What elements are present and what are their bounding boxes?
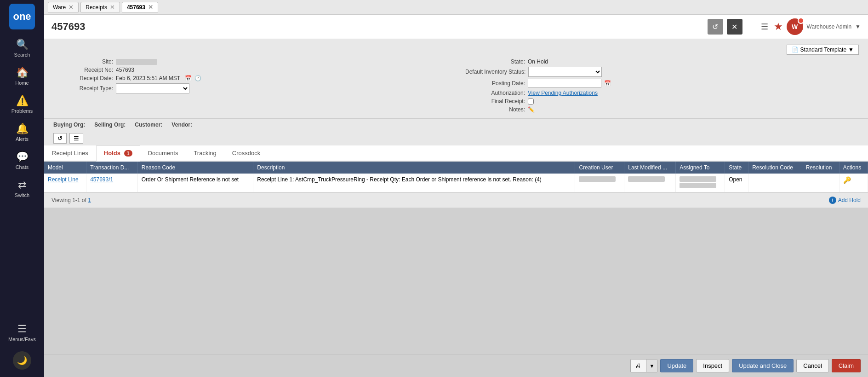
refresh-button[interactable]: ↺ [708,19,723,35]
cell-state: Open [725,174,748,192]
posting-calendar-icon[interactable]: 📅 [604,80,611,87]
print-button[interactable]: 🖨 [631,360,646,372]
site-field: Site: [53,58,447,65]
receipt-date-value: Feb 6, 2023 5:51 AM MST [116,75,180,81]
cell-actions: 🔑 [839,174,868,192]
default-inventory-field: Default Inventory Status: [465,67,859,77]
sidebar-item-chats[interactable]: 💬 Chats [0,147,44,174]
authorization-link[interactable]: View Pending Authorizations [528,90,598,96]
app-logo[interactable]: one [9,4,35,29]
template-dropdown-arrow[interactable]: ▼ [848,46,854,53]
creation-user-blurred [579,176,616,182]
inspect-button[interactable]: Inspect [696,359,729,372]
site-label: Site: [53,58,113,65]
col-state: State [725,162,748,174]
list-toolbar-btn[interactable]: ☰ [69,133,83,144]
cell-last-modified [624,174,676,192]
state-label: State: [465,58,525,65]
update-close-button[interactable]: Update and Close [732,359,794,372]
col-resolution: Resolution [802,162,839,174]
notification-badge [798,17,804,24]
main-content: Ware ✕ Receipts ✕ 457693 ✕ 457693 ↺ ✕ ☰ [44,0,868,377]
total-link[interactable]: 1 [88,197,91,203]
tab-receipts[interactable]: Receipts ✕ [80,2,120,12]
sidebar-item-alerts[interactable]: 🔔 Alerts [0,119,44,145]
default-inventory-select[interactable] [528,67,602,77]
update-button[interactable]: Update [660,359,693,372]
cell-reason-code: Order Or Shipment Reference is not set [137,174,253,192]
print-button-group: 🖨 ▼ [630,359,657,372]
theme-toggle[interactable]: 🌙 [13,351,31,370]
claim-button[interactable]: Claim [832,359,861,372]
template-button[interactable]: 📄 Standard Template ▼ [787,45,859,55]
customer: Customer: [135,122,162,128]
calendar-icon[interactable]: 📅 [185,75,192,81]
add-hold-button[interactable]: + Add Hold [829,197,861,204]
chat-icon: 💬 [16,151,29,163]
authorization-label: Authorization: [465,90,525,96]
user-area: Warehouse Admin ▼ [807,23,861,30]
receipt-no-field: Receipt No: 457693 [53,67,447,73]
sidebar-item-search[interactable]: 🔍 Search [0,35,44,61]
transaction-link[interactable]: 457693/1 [90,176,113,183]
print-icon: 🖨 [635,362,641,369]
sidebar-item-switch[interactable]: ⇄ Switch [0,175,44,202]
sidebar-item-home[interactable]: 🏠 Home [0,63,44,89]
white-panel: Receipt Lines Holds 1 Documents Tracking… [44,145,868,192]
form-left: Site: Receipt No: 457693 Receipt Date: F… [53,58,447,113]
refresh-toolbar-btn[interactable]: ↺ [53,133,67,144]
col-model: Model [44,162,86,174]
final-receipt-checkbox[interactable] [528,99,534,104]
avatar: W [787,18,803,35]
tab-receipt-lines[interactable]: Receipt Lines [44,145,96,161]
tab-ware-close[interactable]: ✕ [69,4,74,11]
default-inventory-label: Default Inventory Status: [465,69,525,75]
receipt-date-label: Receipt Date: [53,75,113,81]
form-grid: Site: Receipt No: 457693 Receipt Date: F… [53,58,859,113]
tab-crossdock[interactable]: Crossdock [224,145,268,161]
print-dropdown[interactable]: ▼ [646,360,657,372]
sidebar-item-label: Alerts [16,136,29,142]
receipt-type-select[interactable] [116,83,189,93]
tab-457693-close[interactable]: ✕ [148,4,153,11]
site-value-blurred [116,59,157,65]
cell-resolution-code [748,174,802,192]
clock-icon[interactable]: 🕐 [194,75,201,81]
notes-field: Notes: ✏️ [465,106,859,113]
user-dropdown-arrow[interactable]: ▼ [855,23,861,30]
receipt-type-field: Receipt Type: [53,83,447,93]
avatar-initials: W [792,23,798,30]
holds-badge: 1 [124,150,132,157]
menu-button[interactable]: ☰ [759,20,770,34]
tabs-row: Receipt Lines Holds 1 Documents Tracking… [44,145,868,162]
tab-ware[interactable]: Ware ✕ [48,2,79,12]
refresh-icon: ↺ [712,23,718,31]
tab-documents[interactable]: Documents [140,145,186,161]
switch-icon: ⇄ [18,179,26,191]
cancel-button[interactable]: Cancel [796,359,828,372]
receipt-date-field: Receipt Date: Feb 6, 2023 5:51 AM MST 📅 … [53,75,447,81]
sidebar-item-menus[interactable]: ☰ Menus/Favs [0,319,44,346]
cell-description: Receipt Line 1: AstCmp_TruckPressureRing… [253,174,575,192]
model-link[interactable]: Receipt Line [48,176,79,183]
notification-area[interactable]: ★ [774,21,783,33]
close-button[interactable]: ✕ [727,19,742,35]
tab-holds[interactable]: Holds 1 [96,145,140,162]
notes-edit-icon[interactable]: ✏️ [528,106,535,113]
tab-457693[interactable]: 457693 ✕ [122,2,158,12]
final-receipt-label: Final Receipt: [465,98,525,104]
receipt-type-label: Receipt Type: [53,85,113,92]
cell-resolution [802,174,839,192]
table-header: Model Transaction D... Reason Code Descr… [44,162,868,174]
actions-key-icon[interactable]: 🔑 [843,176,851,184]
col-last-modified: Last Modified ... [624,162,676,174]
sidebar-item-label: Switch [15,192,29,198]
assigned-to-blurred [680,176,716,182]
tab-receipts-close[interactable]: ✕ [110,4,115,11]
posting-date-field: Posting Date: 📅 [465,79,859,88]
user-name: Warehouse Admin [807,23,852,30]
tab-tracking[interactable]: Tracking [186,145,224,161]
sidebar-item-problems[interactable]: ⚠️ Problems [0,91,44,117]
state-value: On Hold [528,58,548,65]
posting-date-input[interactable] [528,79,601,88]
